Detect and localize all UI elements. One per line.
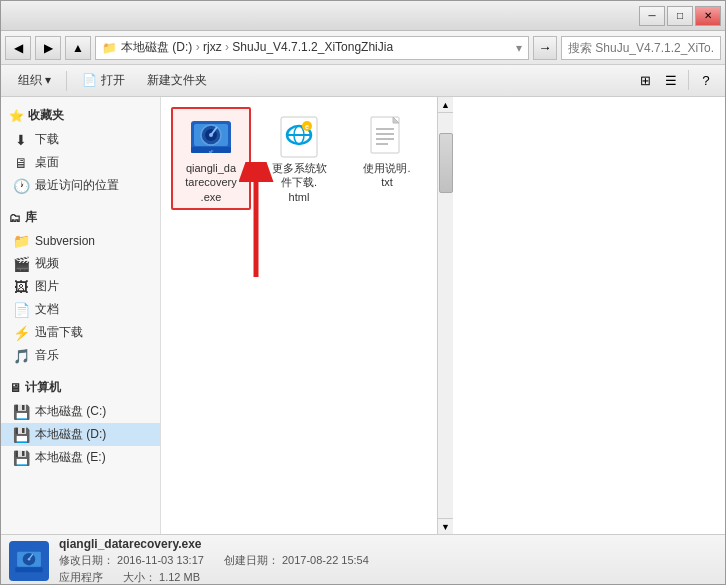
favorites-label: 收藏夹 xyxy=(28,107,64,124)
scroll-up-button[interactable]: ▲ xyxy=(438,97,453,113)
sidebar-item-subversion[interactable]: 📁 Subversion xyxy=(1,230,160,252)
document-label: 文档 xyxy=(35,301,59,318)
recent-icon: 🕐 xyxy=(13,178,29,194)
star-icon: ⭐ xyxy=(9,109,24,123)
video-label: 视频 xyxy=(35,255,59,272)
address-path[interactable]: 📁 本地磁盘 (D:) › rjxz › ShuJu_V4.7.1.2_XiTo… xyxy=(95,36,529,60)
svg-text:e: e xyxy=(305,123,309,130)
computer-icon: 🖥 xyxy=(9,381,21,395)
video-icon: 🎬 xyxy=(13,256,29,272)
type-label: 应用程序 xyxy=(59,570,103,585)
drive-e-label: 本地磁盘 (E:) xyxy=(35,449,106,466)
sidebar-item-xunlei[interactable]: ⚡ 迅雷下载 xyxy=(1,321,160,344)
music-label: 音乐 xyxy=(35,347,59,364)
path-text: 本地磁盘 (D:) › rjxz › ShuJu_V4.7.1.2_XiTong… xyxy=(121,39,393,56)
txt-label: 使用说明.txt xyxy=(363,161,410,190)
path-dropdown-icon: ▾ xyxy=(516,41,522,55)
toolbar-right: ⊞ ☰ ? xyxy=(634,70,717,92)
status-bar: qiangli_datarecovery.exe 修改日期： 2016-11-0… xyxy=(1,534,725,585)
document-icon: 📄 xyxy=(13,302,29,318)
subversion-label: Subversion xyxy=(35,234,95,248)
open-button[interactable]: 📄 打开 xyxy=(73,69,133,93)
libraries-header[interactable]: 🗂 库 xyxy=(1,205,160,230)
main-content: ⭐ 收藏夹 ⬇ 下载 🖥 桌面 🕐 最近访问的位置 🗂 库 � xyxy=(1,97,725,534)
size-label: 大小： 1.12 MB xyxy=(123,570,200,585)
file-area: aF qiangli_datarecovery.exe e xyxy=(161,97,437,534)
txt-icon xyxy=(363,113,411,161)
scroll-down-button[interactable]: ▼ xyxy=(438,518,453,534)
forward-button[interactable]: ▶ xyxy=(35,36,61,60)
subversion-icon: 📁 xyxy=(13,233,29,249)
drive-e-icon: 💾 xyxy=(13,450,29,466)
close-button[interactable]: ✕ xyxy=(695,6,721,26)
status-info: qiangli_datarecovery.exe 修改日期： 2016-11-0… xyxy=(59,537,717,585)
desktop-icon: 🖥 xyxy=(13,155,29,171)
up-button[interactable]: ▲ xyxy=(65,36,91,60)
status-secondary: 应用程序 大小： 1.12 MB xyxy=(59,570,717,585)
status-file-icon xyxy=(9,541,49,581)
sidebar-item-drive-d[interactable]: 💾 本地磁盘 (D:) xyxy=(1,423,160,446)
address-bar: ◀ ▶ ▲ 📁 本地磁盘 (D:) › rjxz › ShuJu_V4.7.1.… xyxy=(1,31,725,65)
picture-label: 图片 xyxy=(35,278,59,295)
organize-button[interactable]: 组织 ▾ xyxy=(9,69,60,93)
window-controls: ─ □ ✕ xyxy=(639,6,721,26)
scrollbar[interactable]: ▲ ▼ xyxy=(437,97,453,534)
svg-rect-29 xyxy=(15,567,43,572)
file-item-exe[interactable]: aF qiangli_datarecovery.exe xyxy=(171,107,251,210)
new-folder-button[interactable]: 新建文件夹 xyxy=(138,69,216,93)
computer-header[interactable]: 🖥 计算机 xyxy=(1,375,160,400)
picture-icon: 🖼 xyxy=(13,279,29,295)
favorites-header[interactable]: ⭐ 收藏夹 xyxy=(1,103,160,128)
search-input[interactable] xyxy=(561,36,721,60)
html-label: 更多系统软件下载.html xyxy=(272,161,327,204)
xunlei-icon: ⚡ xyxy=(13,325,29,341)
sidebar-item-document[interactable]: 📄 文档 xyxy=(1,298,160,321)
html-icon: e xyxy=(275,113,323,161)
scroll-thumb[interactable] xyxy=(439,133,453,193)
view-toggle-button[interactable]: ☰ xyxy=(660,70,682,92)
path-icon: 📁 xyxy=(102,41,117,55)
sidebar-item-music[interactable]: 🎵 音乐 xyxy=(1,344,160,367)
music-icon: 🎵 xyxy=(13,348,29,364)
exe-label: qiangli_datarecovery.exe xyxy=(185,161,236,204)
computer-label: 计算机 xyxy=(25,379,61,396)
go-button[interactable]: → xyxy=(533,36,557,60)
drive-d-label: 本地磁盘 (D:) xyxy=(35,426,106,443)
view-change-button[interactable]: ⊞ xyxy=(634,70,656,92)
computer-section: 🖥 计算机 💾 本地磁盘 (C:) 💾 本地磁盘 (D:) 💾 本地磁盘 (E:… xyxy=(1,375,160,469)
svg-text:aF: aF xyxy=(209,149,214,154)
recent-label: 最近访问的位置 xyxy=(35,177,119,194)
file-item-html[interactable]: e 更多系统软件下载.html xyxy=(259,107,339,210)
title-bar: ─ □ ✕ xyxy=(1,1,725,31)
back-button[interactable]: ◀ xyxy=(5,36,31,60)
libraries-label: 库 xyxy=(25,209,37,226)
drive-c-label: 本地磁盘 (C:) xyxy=(35,403,106,420)
toolbar: 组织 ▾ 📄 打开 新建文件夹 ⊞ ☰ ? xyxy=(1,65,725,97)
sidebar-item-recent[interactable]: 🕐 最近访问的位置 xyxy=(1,174,160,197)
sidebar-item-drive-c[interactable]: 💾 本地磁盘 (C:) xyxy=(1,400,160,423)
xunlei-label: 迅雷下载 xyxy=(35,324,83,341)
scroll-area: aF qiangli_datarecovery.exe e xyxy=(161,97,453,534)
sidebar-item-download[interactable]: ⬇ 下载 xyxy=(1,128,160,151)
toolbar-separator xyxy=(66,71,67,91)
download-label: 下载 xyxy=(35,131,59,148)
sidebar-item-video[interactable]: 🎬 视频 xyxy=(1,252,160,275)
sidebar-item-desktop[interactable]: 🖥 桌面 xyxy=(1,151,160,174)
library-icon: 🗂 xyxy=(9,211,21,225)
sidebar: ⭐ 收藏夹 ⬇ 下载 🖥 桌面 🕐 最近访问的位置 🗂 库 � xyxy=(1,97,161,534)
help-button[interactable]: ? xyxy=(695,70,717,92)
status-meta: 修改日期： 2016-11-03 13:17 创建日期： 2017-08-22 … xyxy=(59,553,717,568)
modify-label: 修改日期： 2016-11-03 13:17 xyxy=(59,553,204,568)
download-icon: ⬇ xyxy=(13,132,29,148)
status-filename: qiangli_datarecovery.exe xyxy=(59,537,717,551)
toolbar-separator-2 xyxy=(688,70,689,90)
file-item-txt[interactable]: 使用说明.txt xyxy=(347,107,427,210)
minimize-button[interactable]: ─ xyxy=(639,6,665,26)
drive-d-icon: 💾 xyxy=(13,427,29,443)
create-label: 创建日期： 2017-08-22 15:54 xyxy=(224,553,369,568)
sidebar-item-picture[interactable]: 🖼 图片 xyxy=(1,275,160,298)
favorites-section: ⭐ 收藏夹 ⬇ 下载 🖥 桌面 🕐 最近访问的位置 xyxy=(1,103,160,197)
sidebar-item-drive-e[interactable]: 💾 本地磁盘 (E:) xyxy=(1,446,160,469)
drive-c-icon: 💾 xyxy=(13,404,29,420)
maximize-button[interactable]: □ xyxy=(667,6,693,26)
